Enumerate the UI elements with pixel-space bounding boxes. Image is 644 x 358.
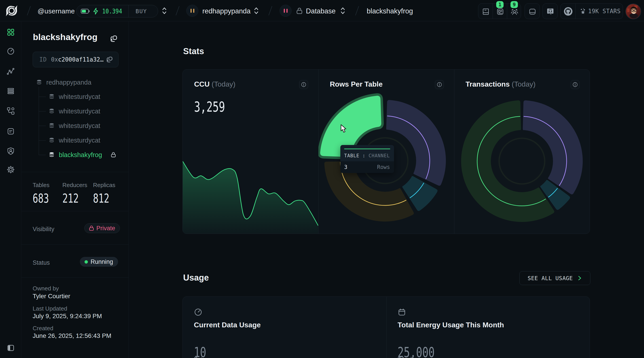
metric-reducers: Reducers 212 [62,182,87,205]
sidebar-divider [22,277,129,278]
breadcrumb-page: blackshakyfrog [367,7,413,15]
owned-by-value: Tyler Courtier [33,293,70,300]
id-hex-prefix: 0x [51,56,58,63]
last-updated-label: Last Updated [33,305,67,312]
panel-button[interactable] [524,3,540,19]
github-icon [563,7,573,16]
created-value: June 26, 2025, 12:56:43 PM [33,332,111,339]
panel-icon [528,8,536,16]
button-group-divider [507,4,507,19]
stats-card: CCU (Today) 3,259 Rows Per Table Tr [182,69,590,234]
lock-icon [110,152,116,158]
newspaper-icon [496,8,504,16]
database-icon [36,80,42,85]
energy-usage-title: Total Energy Usage This Month [398,321,504,329]
owned-by-label: Owned by [33,285,59,292]
tree-item[interactable]: whitesturdycat [49,107,125,116]
tooltip-row: 3 Rows [340,161,394,173]
calendar-icon [398,308,406,316]
collapse-sidebar-button[interactable] [0,343,21,352]
rail-permissions-button[interactable] [0,147,21,156]
ccu-area-chart [183,70,318,234]
copy-icon [106,56,113,63]
database-icon [49,108,54,114]
database-id-box[interactable]: ID 0x c2000af11a32… [33,52,118,67]
id-prefix: ID [39,56,47,63]
rail-overview-button[interactable] [0,28,21,37]
document-icon [7,127,15,135]
changelog-button[interactable] [496,8,504,16]
people-icon [510,8,518,16]
chart-tooltip: TABLE : CHANNEL 3 Rows [340,145,394,173]
breadcrumb-identity[interactable]: redhappypanda [202,7,250,15]
rail-activity-button[interactable] [0,67,21,76]
pause-bar [284,9,285,13]
docs-button[interactable] [482,8,490,16]
tree-connector [39,97,46,97]
workflow-icon [6,107,15,115]
status-dot [84,260,88,264]
tree-item-label: whitesturdycat [59,108,100,115]
database-icon [49,123,54,129]
discord-button[interactable] [542,3,558,19]
panel-left-icon [7,344,15,352]
tree-item[interactable]: whitesturdycat [49,136,125,145]
sidebar: blackshakyfrog ID 0x c2000af11a32… redha… [22,22,129,358]
metric-label: Reducers [62,182,87,189]
rail-reducers-button[interactable] [0,107,21,115]
button-group-divider [492,4,493,19]
database-icon [49,152,54,158]
tree-item-label: redhappypanda [46,79,92,86]
gauge-icon [7,47,15,55]
pause-bar [190,9,192,13]
tree-item[interactable]: blackshakyfrog [49,150,125,159]
avatar[interactable] [626,4,641,19]
database-selector-chevrons-icon[interactable] [340,7,346,15]
see-all-usage-label: SEE ALL USAGE [528,275,573,281]
database-pause-icon[interactable] [280,5,292,17]
tooltip-title: TABLE : CHANNEL [344,153,390,158]
tree-connector [39,140,46,141]
id-value: c2000af11a32… [58,56,104,63]
copy-id-button[interactable] [106,56,113,63]
database-lock-icon [296,8,303,15]
tree-item-label: whitesturdycat [59,137,100,144]
community-badge: 9 [510,1,518,8]
metric-tables: Tables 683 [33,182,55,205]
breadcrumb-slash [268,6,272,16]
rail-tables-button[interactable] [0,87,21,96]
visibility-label: Visibility [33,226,54,233]
rail-settings-button[interactable] [0,165,21,174]
identity-pause-icon[interactable] [186,5,198,17]
copy-name-button[interactable] [110,35,118,43]
created-label: Created [33,325,54,332]
mouse-cursor [339,124,348,134]
tree-item[interactable]: redhappypanda [36,78,112,87]
star-sparkle-icon [579,8,587,16]
metric-label: Tables [33,182,55,189]
tree-item[interactable]: whitesturdycat [49,121,125,130]
rail-dashboard-button[interactable] [0,47,21,56]
community-button[interactable] [510,8,518,16]
tree-connector [39,155,46,155]
identity-selector-chevrons-icon[interactable] [253,7,259,15]
breadcrumb-slash [355,6,359,16]
sidebar-divider [22,244,129,245]
see-all-usage-button[interactable]: SEE ALL USAGE [520,271,590,285]
tree-connector [39,126,46,126]
transactions-donut[interactable] [454,70,590,234]
metric-value: 212 [62,191,80,205]
lock-icon [89,225,94,231]
main-content: Stats CCU (Today) 3,259 Rows Per Table [129,22,644,358]
rail-logs-button[interactable] [0,127,21,136]
visibility-badge[interactable]: Private [84,223,120,233]
tree-item-label: blackshakyfrog [59,151,102,159]
shield-user-icon [7,147,15,155]
tree-item-label: whitesturdycat [59,93,100,101]
breadcrumb-section[interactable]: Database [306,7,336,15]
chevron-right-icon [576,275,582,281]
sidebar-divider [22,211,129,211]
pause-bar [193,9,194,13]
status-value: Running [90,258,113,265]
tree-item[interactable]: whitesturdycat [49,92,125,101]
